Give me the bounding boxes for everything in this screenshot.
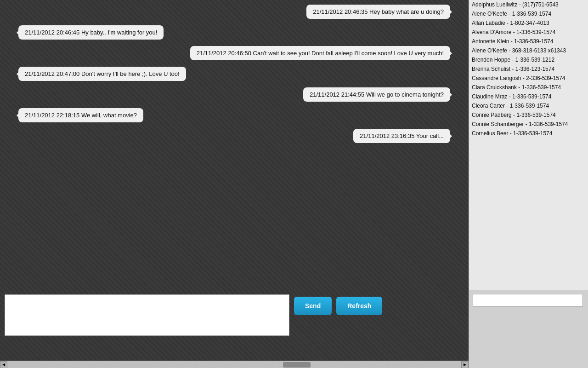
contact-list-item[interactable]: Cornelius Beer - 1-336-539-1574 — [469, 129, 588, 138]
message-row: 21/11/2012 21:44:55 Will we go to cinema… — [5, 87, 464, 102]
contact-list-item[interactable]: Antonette Klein - 1-336-539-1574 — [469, 37, 588, 46]
message-bubble: 21/11/2012 20:46:50 Can't wait to see yo… — [190, 46, 450, 60]
message-row: 21/11/2012 20:46:45 Hy baby.. I'm waitin… — [5, 25, 464, 40]
message-row: 21/11/2012 20:46:35 Hey baby what are u … — [5, 5, 464, 19]
contact-list-item[interactable]: Connie Padberg - 1-336-539-1574 — [469, 110, 588, 120]
sidebar-bottom — [469, 290, 588, 368]
contact-list-item[interactable]: Brendon Hoppe - 1-336-539-1212 — [469, 55, 588, 64]
contact-list-item[interactable]: Alene O'Keefe - 1-336-539-1574 — [469, 9, 588, 18]
message-row: 21/11/2012 20:47:00 Don't worry I'll be … — [5, 67, 464, 81]
contact-list-items: Adolphus Lueilwitz - (317)751-6543Alene … — [469, 0, 588, 138]
bottom-scrollbar: ◀ ▶ — [0, 361, 469, 368]
contact-list: Adolphus Lueilwitz - (317)751-6543Alene … — [469, 0, 588, 290]
contact-list-item[interactable]: Brenna Schulist - 1-336-123-1574 — [469, 64, 588, 74]
message-bubble: 21/11/2012 20:47:00 Don't worry I'll be … — [18, 67, 186, 81]
contact-list-item[interactable]: Alvena D'Amore - 1-336-539-1574 — [469, 28, 588, 37]
contact-list-item[interactable]: Alene O'Keefe - 368-318-6133 x61343 — [469, 46, 588, 55]
message-row: 21/11/2012 20:46:50 Can't wait to see yo… — [5, 46, 464, 60]
chat-area: 21/11/2012 20:46:35 Hey baby what are u … — [0, 0, 469, 290]
bottom-area: Send Refresh — [0, 290, 469, 368]
contact-list-item[interactable]: Allan Labadie - 1-802-347-4013 — [469, 18, 588, 28]
message-bubble: 21/11/2012 23:16:35 Your call... — [353, 129, 450, 143]
contact-list-item[interactable]: Adolphus Lueilwitz - (317)751-6543 — [469, 0, 588, 9]
send-button[interactable]: Send — [294, 297, 332, 315]
contact-list-item[interactable]: Cassandre Langosh - 2-336-539-1574 — [469, 74, 588, 83]
sidebar-search-input[interactable] — [473, 294, 583, 307]
message-row: 21/11/2012 22:18:15 We will, what movie? — [5, 108, 464, 122]
contact-list-item[interactable]: Clara Cruickshank - 1-336-539-1574 — [469, 83, 588, 92]
scroll-right-arrow[interactable]: ▶ — [461, 361, 469, 368]
message-bubble: 21/11/2012 20:46:45 Hy baby.. I'm waitin… — [18, 25, 164, 40]
message-input[interactable] — [5, 294, 289, 336]
contact-list-item[interactable]: Connie Schamberger - 1-336-539-1574 — [469, 120, 588, 129]
refresh-button[interactable]: Refresh — [336, 297, 382, 315]
contact-list-item[interactable]: Claudine Mraz - 1-336-539-1574 — [469, 92, 588, 101]
message-bubble: 21/11/2012 21:44:55 Will we go to cinema… — [303, 87, 450, 102]
scrollbar-track[interactable] — [7, 361, 461, 368]
scrollbar-thumb[interactable] — [283, 362, 311, 368]
buttons-area: Send Refresh — [294, 297, 382, 315]
message-bubble: 21/11/2012 22:18:15 We will, what movie? — [18, 108, 143, 122]
contact-list-item[interactable]: Cleora Carter - 1-336-539-1574 — [469, 101, 588, 110]
message-row: 21/11/2012 23:16:35 Your call... — [5, 129, 464, 143]
message-bubble: 21/11/2012 20:46:35 Hey baby what are u … — [306, 5, 450, 19]
scroll-left-arrow[interactable]: ◀ — [0, 361, 7, 368]
